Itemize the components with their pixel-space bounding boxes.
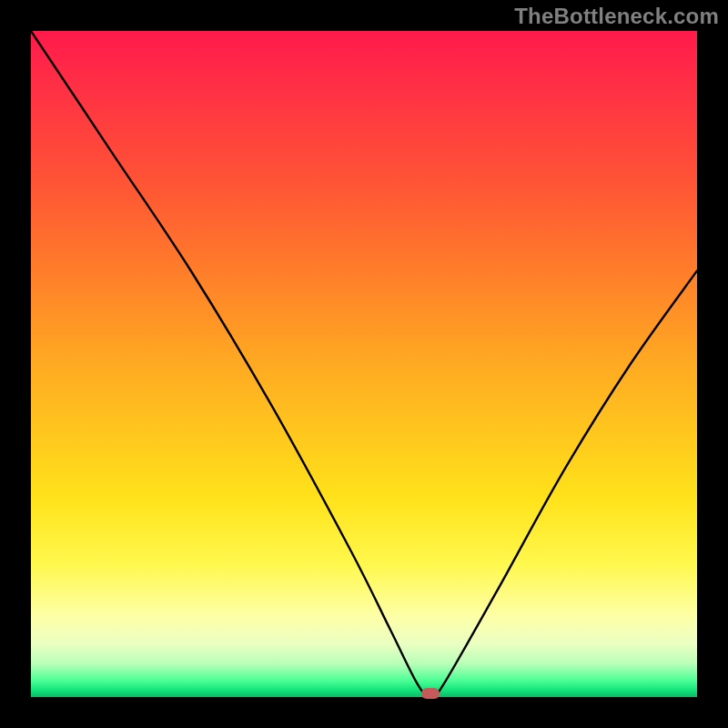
plot-area — [31, 31, 697, 697]
bottleneck-curve — [31, 31, 697, 697]
chart-frame: TheBottleneck.com — [0, 0, 728, 728]
curve-path — [31, 31, 697, 697]
optimal-point-marker — [421, 688, 440, 699]
watermark-text: TheBottleneck.com — [514, 4, 719, 29]
